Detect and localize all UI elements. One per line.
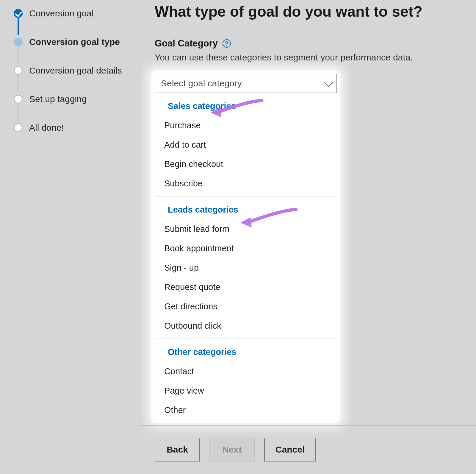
goal-category-subtext: You can use these categories to segment … [155,52,470,63]
step-label: All done! [29,123,64,133]
option-subscribe[interactable]: Subscribe [155,174,337,193]
help-icon[interactable]: ? [223,39,231,48]
group-header-sales: Sales categories [155,93,337,116]
step-label: Conversion goal details [29,66,122,76]
step-connector [18,18,19,35]
goal-category-select-wrap: Select goal category Sales categories Pu… [155,74,337,420]
step-conversion-goal[interactable]: Conversion goal [14,7,133,20]
circle-icon [14,66,23,75]
step-all-done[interactable]: All done! [14,121,133,135]
chevron-down-icon [324,77,333,87]
group-header-other: Other categories [155,339,337,362]
step-connector [18,75,19,92]
select-placeholder: Select goal category [161,78,242,88]
option-page-view[interactable]: Page view [155,381,337,400]
next-button: Next [209,438,255,461]
wizard-stepper: Conversion goal Conversion goal type Con… [14,7,133,149]
option-request-quote[interactable]: Request quote [155,277,337,297]
goal-category-label-row: Goal Category ? [155,38,470,49]
page-title: What type of goal do you want to set? [155,3,470,20]
goal-category-dropdown: Sales categories Purchase Add to cart Be… [155,93,337,420]
option-add-to-cart[interactable]: Add to cart [155,135,337,155]
footer-buttons: Back Next Cancel [155,438,316,461]
option-sign-up[interactable]: Sign - up [155,258,337,277]
circle-icon [14,38,23,46]
step-label: Set up tagging [29,94,87,104]
option-get-directions[interactable]: Get directions [155,297,337,316]
cancel-button[interactable]: Cancel [264,438,316,461]
group-header-leads: Leads categories [155,197,337,219]
main-panel: What type of goal do you want to set? Go… [155,0,470,420]
vertical-divider [140,0,140,426]
back-button[interactable]: Back [155,438,200,461]
circle-icon [14,123,23,132]
step-conversion-goal-details[interactable]: Conversion goal details [14,64,133,77]
goal-category-select[interactable]: Select goal category [155,74,337,93]
step-set-up-tagging[interactable]: Set up tagging [14,92,133,106]
circle-icon [14,95,23,104]
option-contact[interactable]: Contact [155,362,337,381]
option-purchase[interactable]: Purchase [155,116,337,135]
step-connector [18,46,19,64]
check-icon [14,9,23,18]
step-connector [18,104,19,121]
option-book-appointment[interactable]: Book appointment [155,239,337,258]
step-label: Conversion goal type [29,37,120,47]
goal-category-label: Goal Category [155,38,218,49]
footer-separator [140,425,476,426]
step-conversion-goal-type[interactable]: Conversion goal type [14,35,133,49]
option-begin-checkout[interactable]: Begin checkout [155,155,337,174]
step-label: Conversion goal [29,8,94,18]
option-other[interactable]: Other [155,400,337,420]
option-outbound-click[interactable]: Outbound click [155,316,337,336]
option-submit-lead-form[interactable]: Submit lead form [155,219,337,239]
